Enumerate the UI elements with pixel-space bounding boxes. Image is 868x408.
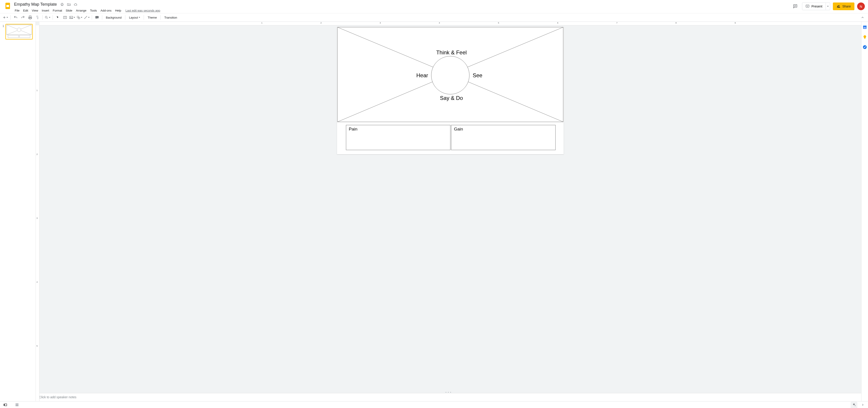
theme-button[interactable]: Theme	[146, 15, 158, 20]
svg-rect-17	[20, 35, 30, 38]
svg-rect-1	[6, 5, 9, 7]
menu-addons[interactable]: Add-ons	[99, 8, 113, 13]
background-button[interactable]: Background	[104, 15, 123, 20]
svg-rect-33	[16, 404, 17, 405]
zoom-button[interactable]	[44, 14, 51, 21]
label-pain[interactable]: Pain	[349, 127, 358, 131]
filmstrip[interactable]: 1	[0, 22, 36, 401]
label-hear[interactable]: Hear	[416, 72, 428, 79]
svg-line-12	[19, 25, 31, 30]
layout-button[interactable]: Layout	[127, 15, 142, 20]
menu-insert[interactable]: Insert	[40, 8, 51, 13]
svg-point-7	[77, 16, 79, 18]
menu-slide[interactable]: Slide	[64, 8, 74, 13]
menu-arrange[interactable]: Arrange	[74, 8, 88, 13]
menubar: File Edit View Insert Format Slide Arran…	[13, 7, 791, 13]
hide-menus-button[interactable]	[859, 14, 866, 21]
label-say-do[interactable]: Say & Do	[440, 95, 463, 101]
label-see[interactable]: See	[473, 72, 483, 79]
svg-rect-16	[8, 35, 19, 38]
present-button[interactable]: Present	[802, 2, 826, 10]
transition-button[interactable]: Transition	[162, 15, 179, 20]
toolbar: Background Layout Theme Transition	[0, 13, 868, 22]
svg-rect-32	[5, 404, 7, 406]
slide-thumbnail-1[interactable]	[5, 24, 33, 39]
side-panel-rail: 31	[861, 22, 868, 401]
menu-tools[interactable]: Tools	[88, 8, 98, 13]
svg-point-3	[45, 16, 47, 18]
menu-file[interactable]: File	[13, 8, 21, 13]
svg-rect-36	[17, 405, 18, 406]
ruler-vertical: 1 2 3 4 5	[36, 25, 39, 401]
svg-line-13	[7, 30, 19, 35]
svg-rect-25	[451, 125, 556, 150]
textbox-tool[interactable]	[62, 14, 68, 21]
paint-format-button[interactable]	[34, 14, 40, 21]
account-avatar[interactable]: N	[857, 2, 865, 10]
speaker-notes[interactable]: Click to add speaker notes	[36, 393, 861, 401]
bottom-bar	[0, 401, 868, 408]
undo-button[interactable]	[12, 14, 19, 21]
line-tool[interactable]	[84, 14, 90, 21]
label-think-feel[interactable]: Think & Feel	[436, 50, 467, 56]
menu-format[interactable]: Format	[51, 8, 64, 13]
svg-line-11	[7, 25, 19, 30]
svg-rect-29	[864, 38, 865, 39]
shape-tool[interactable]	[76, 14, 83, 21]
share-button[interactable]: Share	[833, 2, 855, 10]
present-label: Present	[811, 4, 822, 8]
open-comments-button[interactable]	[791, 2, 799, 10]
star-icon[interactable]	[60, 2, 64, 6]
svg-text:31: 31	[864, 27, 866, 29]
menu-help[interactable]: Help	[114, 8, 123, 13]
show-side-panel-button[interactable]	[860, 402, 865, 407]
document-title[interactable]: Empathy Map Template	[13, 2, 58, 7]
notes-placeholder: Click to add speaker notes	[39, 395, 76, 399]
tasks-icon[interactable]	[863, 45, 867, 50]
share-label: Share	[842, 4, 851, 8]
last-edit-link[interactable]: Last edit was seconds ago	[126, 9, 160, 12]
image-tool[interactable]	[69, 14, 75, 21]
explore-button[interactable]	[851, 402, 857, 408]
keep-icon[interactable]	[863, 35, 867, 39]
present-dropdown[interactable]	[826, 2, 830, 10]
print-button[interactable]	[27, 14, 33, 21]
svg-rect-31	[4, 404, 4, 406]
svg-rect-35	[16, 405, 17, 406]
svg-point-23	[431, 56, 469, 94]
svg-rect-34	[17, 404, 18, 405]
slide-canvas[interactable]: Think & Feel Hear See Say & Do Pain Gain	[337, 27, 564, 154]
notes-splitter[interactable]: • • •	[36, 391, 861, 393]
ruler-horizontal: 1 2 3 4 5 6 7 8 9	[39, 22, 861, 25]
svg-rect-24	[346, 125, 450, 150]
slides-logo[interactable]	[3, 1, 12, 10]
svg-point-15	[17, 28, 21, 32]
new-slide-button[interactable]	[2, 14, 9, 21]
menu-view[interactable]: View	[30, 8, 40, 13]
redo-button[interactable]	[20, 14, 26, 21]
svg-line-14	[19, 30, 31, 35]
grid-view-button[interactable]	[14, 402, 20, 407]
menu-edit[interactable]: Edit	[22, 8, 30, 13]
filmstrip-view-button[interactable]	[3, 402, 8, 407]
slide-number: 1	[2, 24, 4, 39]
cloud-status-icon[interactable]	[74, 2, 78, 6]
calendar-icon[interactable]: 31	[863, 25, 867, 29]
comment-tool[interactable]	[94, 14, 100, 21]
select-tool[interactable]	[55, 14, 61, 21]
move-icon[interactable]	[67, 2, 71, 6]
label-gain[interactable]: Gain	[454, 127, 463, 131]
